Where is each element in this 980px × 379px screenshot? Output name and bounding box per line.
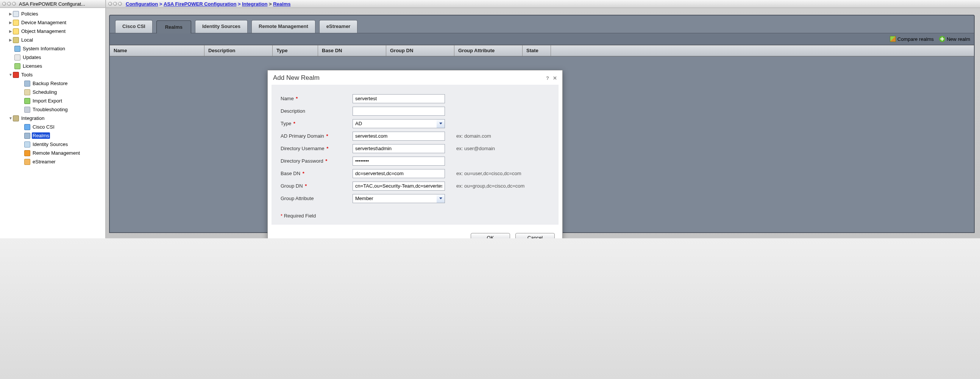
nav-item-cisco-csi[interactable]: Cisco CSI [2,122,104,131]
nav-label: Local [21,37,34,43]
tab-estreamer[interactable]: eStreamer [319,20,358,33]
disclosure-icon[interactable]: ▶ [8,38,13,42]
nav-label: Cisco CSI [32,124,55,130]
basedn-input[interactable] [353,169,445,178]
chevron-down-icon[interactable] [437,194,445,203]
nav-item-estreamer[interactable]: eStreamer [2,157,104,166]
window-light-max[interactable] [12,2,16,6]
type-select-value[interactable] [353,119,437,128]
row-directory-password: Directory Password * [281,155,548,167]
dpass-input[interactable] [353,157,445,166]
nav-item-import-export[interactable]: Import Export [2,97,104,105]
identity-sources-icon [24,141,30,147]
pdomain-input[interactable] [353,132,445,141]
th-description[interactable]: Description [204,45,273,56]
nav-label: Policies [21,11,39,17]
dialog-close-button[interactable]: ✕ [553,75,557,81]
new-realm-button[interactable]: New realm [939,36,970,42]
breadcrumb-link-configuration[interactable]: Configuration [126,1,158,7]
add-new-realm-dialog: Add New Realm ? ✕ Name * Description Typ… [267,70,563,238]
nav-item-realms[interactable]: Realms [2,131,104,140]
nav-label: System Information [22,45,66,52]
action-bar: Compare realms New realm [110,33,974,45]
nav-label: eStreamer [32,159,56,165]
nav-label: Backup Restore [32,80,68,87]
realms-icon [24,133,30,139]
th-state[interactable]: State [523,45,551,56]
disclosure-icon[interactable]: ▶ [8,12,13,16]
compare-realms-button[interactable]: Compare realms [890,36,934,42]
nav-item-integration[interactable]: ▼Integration [2,114,104,122]
nav-item-identity-sources[interactable]: Identity Sources [2,140,104,149]
disclosure-icon[interactable]: ▼ [8,73,13,77]
nav-item-updates[interactable]: Updates [2,53,104,62]
duser-label: Directory Username * [281,146,353,151]
description-input[interactable] [353,107,445,116]
nav-item-device-management[interactable]: ▶Device Management [2,18,104,27]
sysinfo-icon [14,46,21,52]
breadcrumb-link-asa-firepower[interactable]: ASA FirePOWER Configuration [164,1,236,7]
th-groupattr[interactable]: Group Attribute [454,45,523,56]
breadcrumb-link-realms[interactable]: Realms [273,1,290,7]
th-type[interactable]: Type [273,45,318,56]
nav-label: Licenses [22,63,43,69]
nav-label: Remote Management [32,150,81,156]
window-light-min[interactable] [7,2,11,6]
nav-item-troubleshooting[interactable]: Troubleshooting [2,105,104,114]
nav-item-remote-management[interactable]: Remote Management [2,149,104,157]
nav-item-licenses[interactable]: Licenses [2,62,104,70]
groupdn-input[interactable] [353,182,445,190]
row-description: Description [281,105,548,117]
nav-label: Import Export [32,98,63,104]
sidebar: ASA FirePOWER Configurat... ▶Policies ▶D… [0,0,106,238]
nav-item-policies[interactable]: ▶Policies [2,10,104,18]
content-pane: Cisco CSI Realms Identity Sources Remote… [106,8,980,238]
groupattr-select[interactable] [353,194,445,203]
dialog-body: Name * Description Type * AD Primary Dom… [272,85,558,225]
nav-label: Realms [32,132,50,139]
row-name: Name * [281,92,548,105]
nav-item-tools[interactable]: ▼Tools [2,70,104,79]
window-light-close[interactable] [108,2,112,6]
disclosure-icon[interactable]: ▼ [8,116,13,120]
tab-realms[interactable]: Realms [156,21,191,33]
window-light-close[interactable] [2,2,6,6]
basedn-hint: ex: ou=user,dc=cisco,dc=com [456,171,522,176]
nav-label: Updates [22,54,41,60]
name-input[interactable] [353,94,445,103]
cancel-button[interactable]: Cancel [515,233,555,238]
disclosure-icon[interactable]: ▶ [8,29,13,33]
duser-input[interactable] [353,144,445,153]
row-base-dn: Base DN * ex: ou=user,dc=cisco,dc=com [281,167,548,180]
tab-cisco-csi[interactable]: Cisco CSI [115,20,153,33]
th-actions [551,45,974,56]
policies-icon [13,11,19,17]
type-select[interactable] [353,119,445,128]
breadcrumb-link-integration[interactable]: Integration [242,1,267,7]
th-basedn[interactable]: Base DN [318,45,386,56]
sidebar-window-title: ASA FirePOWER Configurat... [19,1,103,7]
disclosure-icon[interactable]: ▶ [8,21,13,25]
nav-item-object-management[interactable]: ▶Object Management [2,27,104,36]
troubleshooting-icon [24,107,30,113]
ok-button[interactable]: OK [471,233,510,238]
th-name[interactable]: Name [110,45,204,56]
row-group-dn: Group DN * ex: ou=group,dc=cisco,dc=com [281,180,548,192]
dialog-help-button[interactable]: ? [546,75,549,81]
nav-item-local[interactable]: ▶Local [2,36,104,44]
nav-item-scheduling[interactable]: Scheduling [2,88,104,97]
nav-item-system-information[interactable]: System Information [2,44,104,53]
groupattr-select-value[interactable] [353,194,437,203]
nav-item-backup-restore[interactable]: Backup Restore [2,79,104,88]
duser-hint: ex: user@domain [456,146,495,151]
groupdn-label: Group DN * [281,183,353,189]
th-groupdn[interactable]: Group DN [386,45,454,56]
new-label: New realm [947,36,970,42]
nav-label: Object Management [21,28,66,35]
window-light-min[interactable] [113,2,117,6]
main-titlebar: Configuration > ASA FirePOWER Configurat… [106,0,980,8]
tab-remote-management[interactable]: Remote Management [251,20,315,33]
tab-identity-sources[interactable]: Identity Sources [195,20,248,33]
chevron-down-icon[interactable] [437,119,445,128]
window-light-max[interactable] [118,2,122,6]
